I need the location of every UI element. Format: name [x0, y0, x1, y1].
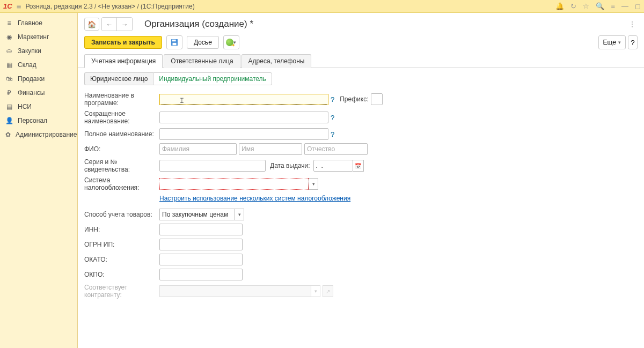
short-name-label: Сокращенное наименование:: [84, 110, 159, 125]
sidebar-label: НСИ: [18, 103, 32, 110]
search-icon[interactable]: 🔍: [596, 2, 604, 10]
home-button[interactable]: 🏠: [84, 18, 99, 31]
issue-date-label: Дата выдачи:: [270, 162, 310, 169]
certificate-input[interactable]: [159, 160, 266, 172]
prefix-input[interactable]: [371, 93, 383, 105]
full-name-input[interactable]: [159, 128, 328, 140]
tab-responsible[interactable]: Ответственные лица: [164, 54, 240, 68]
okpo-label: ОКПО:: [84, 271, 159, 278]
chevron-down-icon[interactable]: ▾: [235, 209, 244, 220]
inn-label: ИНН:: [84, 226, 159, 233]
name-hint-icon[interactable]: ?: [331, 95, 334, 103]
tab-addresses[interactable]: Адреса, телефоны: [241, 54, 312, 68]
open-icon: ↗: [323, 285, 333, 297]
marketing-icon: ◉: [5, 33, 13, 41]
counterparty-label: Соответствует контрагенту:: [84, 284, 159, 299]
goods-method-select[interactable]: По закупочным ценам: [159, 209, 235, 220]
tax-system-label: Система налогообложения:: [84, 176, 159, 191]
sidebar-label: Склад: [18, 61, 36, 69]
sidebar-item-marketing[interactable]: ◉Маркетинг: [0, 30, 77, 44]
page-title: Организация (создание) *: [144, 19, 253, 29]
content: 🏠 ← → Организация (создание) * ⋮ Записат…: [78, 13, 644, 348]
certificate-label: Серия и № свидетельства:: [84, 158, 159, 173]
sidebar-item-admin[interactable]: ✿Администрирование: [0, 128, 77, 142]
bell-icon[interactable]: 🔔: [555, 2, 564, 10]
goods-method-label: Способ учета товаров:: [84, 211, 159, 218]
sidebar-label: Главное: [18, 19, 42, 27]
gear-icon: ✿: [5, 131, 11, 138]
ruble-icon: ₽: [5, 89, 13, 97]
sidebar-item-main[interactable]: ≡Главное: [0, 16, 77, 30]
name-label: Наименование в программе:: [84, 92, 159, 107]
save-button[interactable]: [166, 35, 182, 49]
form: Наименование в программе: 𝙸 ? Префикс: С…: [78, 90, 644, 304]
history-icon[interactable]: ↻: [570, 2, 576, 10]
save-close-button[interactable]: Записать и закрыть: [84, 36, 162, 49]
kebab-menu[interactable]: ⋮: [627, 18, 638, 30]
person-icon: 👤: [5, 117, 13, 124]
dossier-button[interactable]: Досье: [187, 36, 219, 49]
star-icon[interactable]: ☆: [583, 2, 589, 10]
chevron-down-icon[interactable]: ▾: [309, 178, 318, 190]
minimize-icon[interactable]: —: [621, 2, 628, 10]
surname-input[interactable]: [159, 143, 237, 155]
issue-date-input[interactable]: [313, 160, 353, 172]
sidebar-item-personnel[interactable]: 👤Персонал: [0, 114, 77, 128]
tax-system-select[interactable]: [159, 178, 309, 190]
chevron-down-icon: ▾: [311, 285, 320, 297]
sidebar-label: Закупки: [18, 47, 41, 55]
sidebar-label: Администрирование: [16, 131, 77, 138]
svg-rect-1: [172, 40, 176, 42]
sidebar-item-warehouse[interactable]: ▦Склад: [0, 58, 77, 72]
home-icon: ≡: [5, 19, 13, 27]
inn-input[interactable]: [159, 224, 243, 235]
sidebar: ≡Главное ◉Маркетинг ⛀Закупки ▦Склад 🛍Про…: [0, 13, 78, 348]
program-name-input[interactable]: 𝙸: [159, 94, 328, 105]
patronymic-input[interactable]: [304, 143, 368, 155]
short-name-hint-icon[interactable]: ?: [331, 114, 334, 122]
titlebar-icons: 🔔 ↻ ☆ 🔍 ≡ — ◻: [555, 2, 641, 10]
globe-icon: ➜: [226, 39, 233, 46]
ogrn-label: ОГРН ИП:: [84, 241, 159, 248]
book-icon: ▤: [5, 103, 13, 110]
top-nav: 🏠 ← → Организация (создание) * ⋮: [78, 13, 644, 33]
tabs: Учетная информация Ответственные лица Ад…: [78, 54, 644, 68]
calendar-icon[interactable]: 📅: [353, 160, 364, 172]
filter-icon[interactable]: ≡: [611, 2, 615, 10]
full-name-label: Полное наименование:: [84, 130, 159, 138]
subtab-individual[interactable]: Индивидуальный предприниматель: [153, 72, 272, 85]
sidebar-label: Маркетинг: [18, 33, 49, 41]
sidebar-item-finance[interactable]: ₽Финансы: [0, 86, 77, 100]
fio-label: ФИО:: [84, 145, 159, 153]
back-button[interactable]: ←: [102, 18, 117, 31]
subtab-legal-entity[interactable]: Юридическое лицо: [84, 72, 153, 85]
app-logo: 1C: [3, 2, 12, 10]
window-icon[interactable]: ◻: [635, 2, 641, 10]
warehouse-icon: ▦: [5, 61, 13, 69]
firstname-input[interactable]: [239, 143, 302, 155]
okpo-input[interactable]: [159, 269, 243, 280]
sidebar-item-purchases[interactable]: ⛀Закупки: [0, 44, 77, 58]
counterparty-select: [159, 285, 311, 297]
ogrn-input[interactable]: [159, 239, 243, 250]
sidebar-label: Продажи: [18, 75, 45, 83]
cart-icon: ⛀: [5, 47, 13, 55]
forward-button[interactable]: →: [117, 18, 132, 31]
more-button[interactable]: Еще: [598, 35, 626, 49]
full-name-hint-icon[interactable]: ?: [331, 130, 334, 138]
sidebar-label: Персонал: [18, 117, 47, 124]
bag-icon: 🛍: [5, 75, 13, 83]
okato-input[interactable]: [159, 254, 243, 265]
export-button[interactable]: ➜: [223, 35, 239, 49]
hamburger-icon[interactable]: ≡: [17, 2, 21, 11]
short-name-input[interactable]: [159, 112, 328, 123]
window-title: Розница, редакция 2.3 / <Не указан> / (1…: [25, 3, 194, 10]
help-button[interactable]: ?: [628, 35, 638, 49]
svg-rect-2: [172, 43, 176, 45]
floppy-icon: [171, 39, 178, 46]
sidebar-item-sales[interactable]: 🛍Продажи: [0, 72, 77, 86]
sidebar-label: Финансы: [18, 89, 45, 97]
tab-account-info[interactable]: Учетная информация: [84, 54, 163, 68]
sidebar-item-nsi[interactable]: ▤НСИ: [0, 100, 77, 114]
tax-config-link[interactable]: Настроить использование нескольких систе…: [159, 195, 350, 202]
